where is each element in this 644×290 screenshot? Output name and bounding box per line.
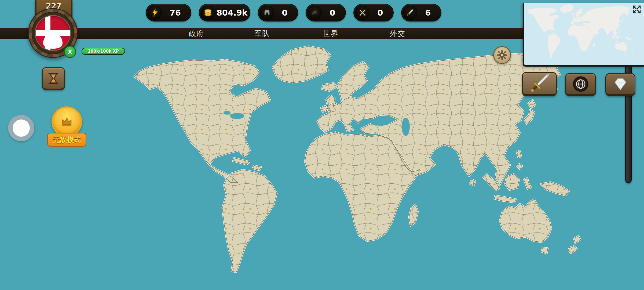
denmark-flag — [35, 15, 71, 51]
resource-energy[interactable]: 76 — [146, 4, 191, 21]
nav-item-government[interactable]: 政府 — [189, 28, 204, 39]
sword-icon — [526, 71, 552, 96]
resource-energy-value: 76 — [162, 8, 191, 17]
helmet-icon — [260, 6, 274, 20]
resource-bar: 76 804.9k 0 0 — [146, 4, 441, 21]
war-button[interactable] — [522, 72, 557, 96]
crown-icon — [59, 114, 75, 129]
resource-war-value: 0 — [369, 8, 393, 17]
gem-icon — [612, 75, 629, 93]
white-circle-button[interactable] — [8, 115, 34, 141]
resource-helmet-value: 0 — [274, 8, 298, 17]
resource-dagger[interactable]: 6 — [401, 4, 441, 21]
invincible-mode-coin[interactable] — [52, 106, 82, 137]
game-screen: { "hud": { "level": "227", "xp_text": "1… — [0, 0, 644, 290]
nav-item-diplomacy[interactable]: 外交 — [390, 28, 405, 39]
settings-button[interactable] — [493, 46, 511, 64]
resource-helmet[interactable]: 0 — [258, 4, 298, 21]
xp-bar: 100k/100k XP — [82, 48, 125, 55]
crossed-swords-icon — [356, 6, 369, 20]
hourglass-button[interactable] — [42, 67, 65, 90]
premium-button[interactable] — [605, 73, 635, 96]
xp-text: 100k/100k XP — [82, 48, 125, 54]
invincible-mode-badge[interactable]: 无敌模式 — [47, 133, 86, 147]
minimap[interactable] — [523, 3, 644, 67]
nav-item-world[interactable]: 世界 — [323, 28, 338, 39]
coins-icon — [201, 6, 215, 20]
close-button[interactable]: X — [64, 46, 76, 58]
nav-item-army[interactable]: 军队 — [254, 28, 270, 39]
resource-eagle[interactable]: 0 — [306, 4, 346, 21]
globe-icon — [572, 75, 589, 93]
gear-icon — [496, 49, 508, 61]
world-button[interactable] — [565, 73, 596, 96]
expand-arrows-icon[interactable] — [632, 5, 641, 14]
resource-dagger-value: 6 — [417, 8, 441, 17]
eagle-icon — [308, 6, 322, 20]
hourglass-icon — [46, 71, 60, 85]
dagger-icon — [403, 6, 417, 20]
close-label: X — [68, 49, 72, 55]
minimap-world — [524, 3, 644, 61]
lightning-icon — [148, 6, 162, 20]
resource-eagle-value: 0 — [322, 8, 345, 17]
invincible-mode-label: 无敌模式 — [53, 135, 81, 144]
resource-war[interactable]: 0 — [353, 4, 394, 21]
resource-gold-value: 804.9k — [215, 8, 251, 17]
resource-gold[interactable]: 804.9k — [199, 4, 250, 21]
